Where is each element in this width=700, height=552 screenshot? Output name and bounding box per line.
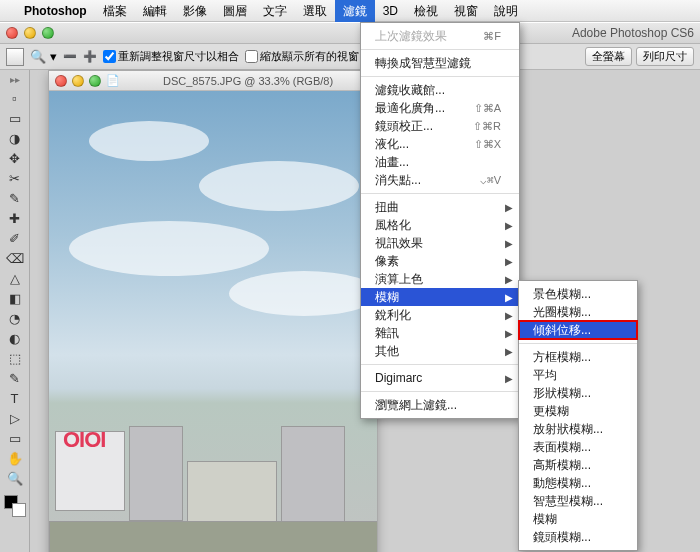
tool-8[interactable]: ⌫ xyxy=(4,248,26,268)
blur-item-13[interactable]: 模糊 xyxy=(519,510,637,528)
last-filter-shortcut: ⌘F xyxy=(483,30,501,43)
menu-item-lens[interactable]: 鏡頭校正...⇧⌘R xyxy=(361,117,519,135)
chevron-right-icon: ▶ xyxy=(505,256,513,267)
menu-item-像素[interactable]: 像素▶ xyxy=(361,252,519,270)
menu-item-browse-online[interactable]: 瀏覽網上濾鏡... xyxy=(361,396,519,414)
tool-14[interactable]: ✎ xyxy=(4,368,26,388)
menu-item-vanishing[interactable]: 消失點...⌵⌘V xyxy=(361,171,519,189)
document-titlebar[interactable]: 📄 DSC_8575.JPG @ 33.3% (RGB/8) xyxy=(49,71,377,91)
tool-16[interactable]: ▷ xyxy=(4,408,26,428)
menu-item-風格化[interactable]: 風格化▶ xyxy=(361,216,519,234)
zoom-all-checkbox[interactable]: 縮放顯示所有的視窗 xyxy=(245,49,359,64)
minimize-icon[interactable] xyxy=(24,27,36,39)
canvas[interactable]: OIOI xyxy=(49,91,377,552)
tool-18[interactable]: ✋ xyxy=(4,448,26,468)
document-title: DSC_8575.JPG @ 33.3% (RGB/8) xyxy=(163,75,333,87)
filter-menu: 上次濾鏡效果 ⌘F 轉換成智慧型濾鏡 濾鏡收藏館... 最適化廣角...⇧⌘A … xyxy=(360,22,520,419)
menu-item-gallery[interactable]: 濾鏡收藏館... xyxy=(361,81,519,99)
menu-help[interactable]: 說明 xyxy=(486,0,526,22)
menu-item-視訊效果[interactable]: 視訊效果▶ xyxy=(361,234,519,252)
tool-9[interactable]: △ xyxy=(4,268,26,288)
tool-19[interactable]: 🔍 xyxy=(4,468,26,488)
blur-item-5[interactable]: 平均 xyxy=(519,366,637,384)
tool-3[interactable]: ✥ xyxy=(4,148,26,168)
mac-menubar: Photoshop 檔案 編輯 影像 圖層 文字 選取 濾鏡 3D 檢視 視窗 … xyxy=(0,0,700,22)
tool-4[interactable]: ✂ xyxy=(4,168,26,188)
chevron-right-icon: ▶ xyxy=(505,292,513,303)
blur-item-12[interactable]: 智慧型模糊... xyxy=(519,492,637,510)
menu-item-雜訊[interactable]: 雜訊▶ xyxy=(361,324,519,342)
tool-6[interactable]: ✚ xyxy=(4,208,26,228)
zoom-out-icon[interactable]: ➖ xyxy=(63,50,77,63)
blur-item-11[interactable]: 動態模糊... xyxy=(519,474,637,492)
tool-2[interactable]: ◑ xyxy=(4,128,26,148)
blur-item-4[interactable]: 方框模糊... xyxy=(519,348,637,366)
menu-layer[interactable]: 圖層 xyxy=(215,0,255,22)
document-window: 📄 DSC_8575.JPG @ 33.3% (RGB/8) OIOI xyxy=(48,70,378,552)
blur-item-8[interactable]: 放射狀模糊... xyxy=(519,420,637,438)
blur-item-14[interactable]: 鏡頭模糊... xyxy=(519,528,637,546)
menu-item-adaptive[interactable]: 最適化廣角...⇧⌘A xyxy=(361,99,519,117)
menu-item-其他[interactable]: 其他▶ xyxy=(361,342,519,360)
building-sign: OIOI xyxy=(63,427,105,453)
menu-select[interactable]: 選取 xyxy=(295,0,335,22)
menu-edit[interactable]: 編輯 xyxy=(135,0,175,22)
zoom-icon[interactable] xyxy=(42,27,54,39)
menu-item-liquify[interactable]: 液化...⇧⌘X xyxy=(361,135,519,153)
menu-item-演算上色[interactable]: 演算上色▶ xyxy=(361,270,519,288)
menu-image[interactable]: 影像 xyxy=(175,0,215,22)
chevron-right-icon: ▶ xyxy=(505,220,513,231)
fullscreen-button[interactable]: 全螢幕 xyxy=(585,47,632,66)
resize-window-checkbox[interactable]: 重新調整視窗尺寸以相合 xyxy=(103,49,239,64)
tool-12[interactable]: ◐ xyxy=(4,328,26,348)
zoom-in-icon[interactable]: ➕ xyxy=(83,50,97,63)
tool-5[interactable]: ✎ xyxy=(4,188,26,208)
menu-type[interactable]: 文字 xyxy=(255,0,295,22)
chevron-right-icon: ▶ xyxy=(505,328,513,339)
menu-item-oilpaint[interactable]: 油畫... xyxy=(361,153,519,171)
doc-close-icon[interactable] xyxy=(55,75,67,87)
blur-submenu: 景色模糊...光圈模糊...傾斜位移...方框模糊...平均形狀模糊...更模糊… xyxy=(518,280,638,551)
tool-17[interactable]: ▭ xyxy=(4,428,26,448)
blur-item-6[interactable]: 形狀模糊... xyxy=(519,384,637,402)
menu-3d[interactable]: 3D xyxy=(375,0,406,22)
blur-item-0[interactable]: 景色模糊... xyxy=(519,285,637,303)
tool-0[interactable]: ▫ xyxy=(4,88,26,108)
zoom-all-label: 縮放顯示所有的視窗 xyxy=(260,49,359,64)
menu-filter[interactable]: 濾鏡 xyxy=(335,0,375,22)
blur-item-10[interactable]: 高斯模糊... xyxy=(519,456,637,474)
doc-zoom-icon[interactable] xyxy=(89,75,101,87)
tool-11[interactable]: ◔ xyxy=(4,308,26,328)
app-name[interactable]: Photoshop xyxy=(16,0,95,22)
menu-item-digimarc[interactable]: Digimarc▶ xyxy=(361,369,519,387)
blur-item-7[interactable]: 更模糊 xyxy=(519,402,637,420)
app-window-title: Adobe Photoshop CS6 xyxy=(572,26,694,40)
blur-item-9[interactable]: 表面模糊... xyxy=(519,438,637,456)
tool-10[interactable]: ◧ xyxy=(4,288,26,308)
chevron-right-icon: ▶ xyxy=(505,310,513,321)
tool-1[interactable]: ▭ xyxy=(4,108,26,128)
tool-13[interactable]: ⬚ xyxy=(4,348,26,368)
blur-item-2[interactable]: 傾斜位移... xyxy=(519,321,637,339)
tool-15[interactable]: T xyxy=(4,388,26,408)
menu-window[interactable]: 視窗 xyxy=(446,0,486,22)
printsize-button[interactable]: 列印尺寸 xyxy=(636,47,694,66)
close-icon[interactable] xyxy=(6,27,18,39)
chevron-right-icon: ▶ xyxy=(505,238,513,249)
tool-7[interactable]: ✐ xyxy=(4,228,26,248)
blur-item-1[interactable]: 光圈模糊... xyxy=(519,303,637,321)
resize-window-label: 重新調整視窗尺寸以相合 xyxy=(118,49,239,64)
foreground-background-swatch[interactable] xyxy=(4,495,26,517)
menu-item-convert-smart[interactable]: 轉換成智慧型濾鏡 xyxy=(361,54,519,72)
doc-minimize-icon[interactable] xyxy=(72,75,84,87)
last-filter-label: 上次濾鏡效果 xyxy=(375,28,447,45)
toolbox-grip-icon[interactable]: ▸▸ xyxy=(10,74,20,85)
tool-preset-icon[interactable] xyxy=(6,48,24,66)
menu-file[interactable]: 檔案 xyxy=(95,0,135,22)
app-titlebar: Adobe Photoshop CS6 xyxy=(0,22,700,44)
menu-view[interactable]: 檢視 xyxy=(406,0,446,22)
zoom-dropdown-icon[interactable]: 🔍 ▾ xyxy=(30,49,57,64)
menu-item-扭曲[interactable]: 扭曲▶ xyxy=(361,198,519,216)
menu-item-銳利化[interactable]: 銳利化▶ xyxy=(361,306,519,324)
menu-item-模糊[interactable]: 模糊▶ xyxy=(361,288,519,306)
